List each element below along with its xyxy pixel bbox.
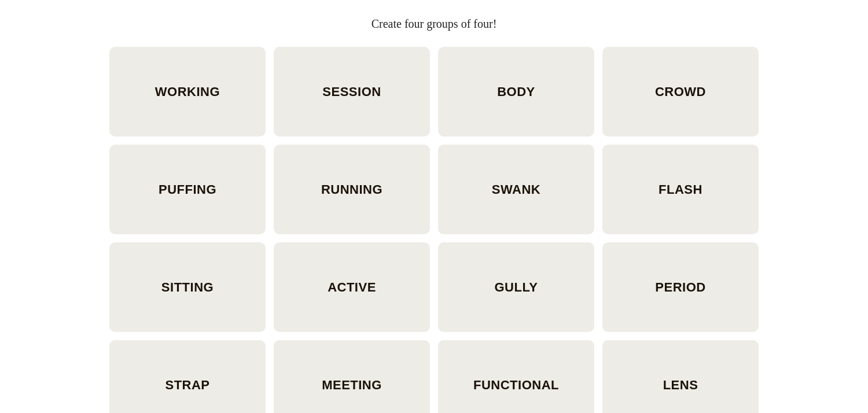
tile-label-puffing: PUFFING xyxy=(159,182,216,197)
page-subtitle: Create four groups of four! xyxy=(372,17,497,31)
tile-crowd[interactable]: CROWD xyxy=(602,47,759,137)
tile-label-running: RUNNING xyxy=(321,182,382,197)
tile-label-period: PERIOD xyxy=(655,280,705,295)
tile-gully[interactable]: GULLY xyxy=(438,242,594,332)
tile-running[interactable]: RUNNING xyxy=(274,145,430,234)
tile-label-sitting: SITTING xyxy=(161,280,214,295)
tile-label-meeting: MEETING xyxy=(322,378,382,393)
tile-flash[interactable]: FLASH xyxy=(602,145,759,234)
tile-meeting[interactable]: MEETING xyxy=(274,340,430,413)
tile-sitting[interactable]: SITTING xyxy=(109,242,266,332)
tile-active[interactable]: ACTIVE xyxy=(274,242,430,332)
tile-label-gully: GULLY xyxy=(494,280,538,295)
tile-label-active: ACTIVE xyxy=(328,280,376,295)
tile-functional[interactable]: FUNCTIONAL xyxy=(438,340,594,413)
tile-working[interactable]: WORKING xyxy=(109,47,266,137)
tile-puffing[interactable]: PUFFING xyxy=(109,145,266,234)
tile-label-working: WORKING xyxy=(155,84,220,99)
tile-label-flash: FLASH xyxy=(659,182,703,197)
tile-lens[interactable]: LENS xyxy=(602,340,759,413)
tile-label-session: SESSION xyxy=(322,84,381,99)
tile-swank[interactable]: SWANK xyxy=(438,145,594,234)
tile-label-swank: SWANK xyxy=(492,182,540,197)
tile-strap[interactable]: STRAP xyxy=(109,340,266,413)
tile-label-body: BODY xyxy=(497,84,535,99)
tile-session[interactable]: SESSION xyxy=(274,47,430,137)
tile-label-crowd: CROWD xyxy=(655,84,706,99)
tile-label-lens: LENS xyxy=(663,378,698,393)
tile-period[interactable]: PERIOD xyxy=(602,242,759,332)
word-grid: WORKINGSESSIONBODYCROWDPUFFINGRUNNINGSWA… xyxy=(109,47,759,413)
tile-label-functional: FUNCTIONAL xyxy=(473,378,559,393)
tile-label-strap: STRAP xyxy=(165,378,209,393)
tile-body[interactable]: BODY xyxy=(438,47,594,137)
